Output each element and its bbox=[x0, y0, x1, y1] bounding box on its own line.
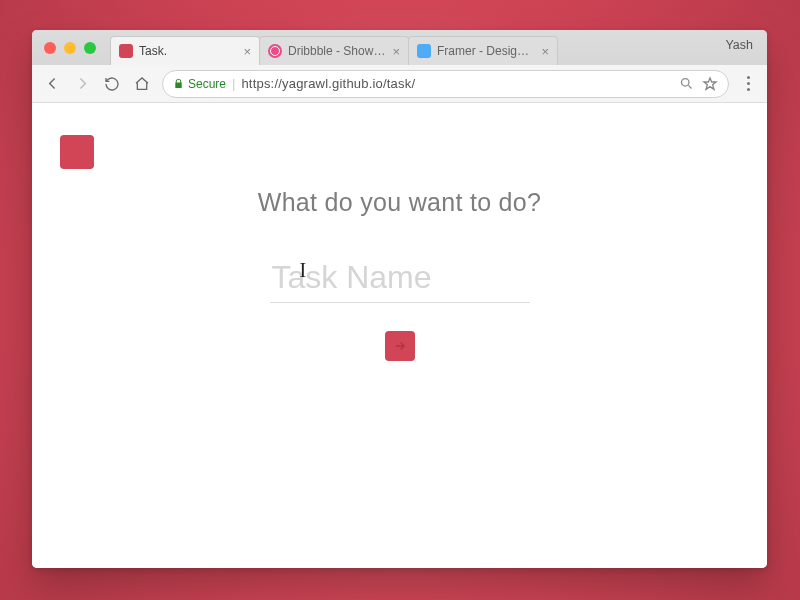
address-bar[interactable]: Secure | https://yagrawl.github.io/task/ bbox=[162, 70, 729, 98]
reload-button[interactable] bbox=[102, 74, 122, 94]
task-input-wrap: I bbox=[270, 217, 530, 303]
window-zoom-button[interactable] bbox=[84, 42, 96, 54]
zoom-icon[interactable] bbox=[679, 76, 694, 91]
submit-button[interactable] bbox=[385, 331, 415, 361]
secure-label: Secure bbox=[188, 77, 226, 91]
app-logo-icon[interactable] bbox=[60, 135, 94, 169]
dribbble-favicon-icon bbox=[268, 44, 282, 58]
tab-framer[interactable]: Framer - Design, code × bbox=[408, 36, 558, 65]
tab-strip: Task. × Dribbble - Show and t × Framer -… bbox=[32, 30, 767, 65]
close-tab-icon[interactable]: × bbox=[392, 45, 400, 58]
task-form: What do you want to do? I bbox=[32, 188, 767, 361]
task-name-input[interactable] bbox=[270, 255, 530, 303]
arrow-right-icon bbox=[393, 339, 407, 353]
tab-title: Dribbble - Show and t bbox=[288, 44, 386, 58]
tab-title: Framer - Design, code bbox=[437, 44, 535, 58]
close-tab-icon[interactable]: × bbox=[243, 45, 251, 58]
browser-window: Task. × Dribbble - Show and t × Framer -… bbox=[32, 30, 767, 568]
page-content: What do you want to do? I bbox=[32, 103, 767, 568]
browser-menu-button[interactable] bbox=[739, 76, 757, 91]
window-traffic-lights bbox=[44, 42, 96, 54]
chrome-profile-label[interactable]: Yash bbox=[725, 38, 753, 52]
tab-dribbble[interactable]: Dribbble - Show and t × bbox=[259, 36, 409, 65]
url-text: https://yagrawl.github.io/task/ bbox=[241, 76, 673, 91]
back-button[interactable] bbox=[42, 74, 62, 94]
framer-favicon-icon bbox=[417, 44, 431, 58]
task-favicon-icon bbox=[119, 44, 133, 58]
bookmark-star-icon[interactable] bbox=[702, 76, 718, 92]
tab-title: Task. bbox=[139, 44, 237, 58]
lock-icon bbox=[173, 78, 184, 89]
prompt-heading: What do you want to do? bbox=[258, 188, 541, 217]
window-close-button[interactable] bbox=[44, 42, 56, 54]
forward-button[interactable] bbox=[72, 74, 92, 94]
window-minimize-button[interactable] bbox=[64, 42, 76, 54]
close-tab-icon[interactable]: × bbox=[541, 45, 549, 58]
secure-indicator: Secure bbox=[173, 77, 226, 91]
svg-point-0 bbox=[682, 79, 690, 87]
browser-toolbar: Secure | https://yagrawl.github.io/task/ bbox=[32, 65, 767, 103]
home-button[interactable] bbox=[132, 74, 152, 94]
tab-task[interactable]: Task. × bbox=[110, 36, 260, 65]
